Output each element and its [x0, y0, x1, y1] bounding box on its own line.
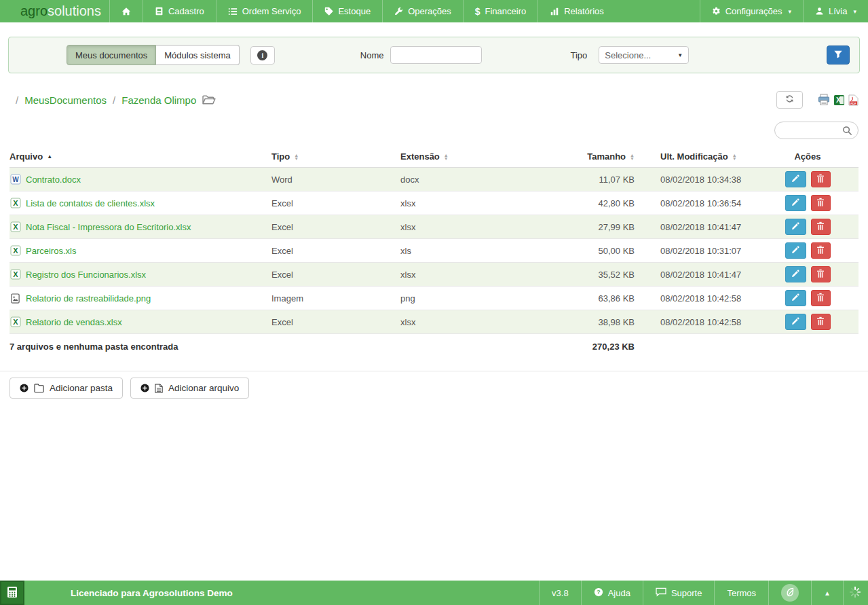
trash-icon [816, 198, 825, 209]
files-table: Arquivo▲Tipo▲▼Extensão▲▼Tamanho▲▼Ult. Mo… [10, 146, 858, 359]
file-name-link[interactable]: Parceiros.xls [26, 246, 76, 256]
breadcrumb-separator: / [16, 94, 18, 106]
file-type: Word [261, 175, 390, 185]
nav-item-configuracoes[interactable]: Configurações▾ [700, 0, 803, 22]
trash-icon [816, 174, 825, 185]
edit-button[interactable] [785, 171, 806, 187]
file-size: 63,86 KB [516, 293, 635, 304]
nav-item-cadastro[interactable]: Cadastro [143, 0, 216, 22]
toggle-modulos-sistema[interactable]: Módulos sistema [156, 45, 240, 65]
nav-item-label: Estoque [338, 6, 371, 16]
nav-item-estoque[interactable]: Estoque [312, 0, 382, 22]
nav-item-home[interactable] [109, 0, 143, 22]
pencil-icon [791, 270, 799, 280]
add-file-label: Adicionar arquivo [168, 383, 239, 393]
delete-button[interactable] [811, 266, 831, 282]
list-icon [228, 7, 238, 16]
terms-link[interactable]: Termos [714, 581, 768, 605]
file-name-link[interactable]: Relatorio de vendas.xlsx [26, 317, 122, 327]
leaf-logo[interactable] [768, 581, 811, 605]
column-header-arquivo[interactable]: Arquivo▲ [10, 151, 261, 162]
file-name-link[interactable]: Lista de contatos de clientes.xlsx [26, 198, 155, 208]
add-folder-button[interactable]: Adicionar pasta [10, 378, 123, 399]
edit-button[interactable] [785, 195, 806, 211]
help-link[interactable]: ? Ajuda [581, 581, 643, 605]
footer-bar: Licenciado para Agrosolutions Demo v3.8 … [0, 581, 868, 605]
table-search [774, 122, 858, 139]
trash-icon [816, 245, 825, 257]
calculator-button[interactable] [0, 581, 24, 605]
file-type: Excel [261, 198, 390, 208]
sort-asc-icon: ▲ [47, 153, 52, 160]
delete-button[interactable] [811, 171, 831, 187]
delete-button[interactable] [811, 290, 831, 306]
file-modified: 08/02/2018 10:41:47 [635, 270, 757, 280]
folder-icon [34, 384, 44, 392]
table-row: Relatorio de rastreabilidade.png Imagem … [10, 287, 858, 310]
nome-input[interactable] [390, 46, 482, 64]
user-icon [815, 7, 824, 16]
nav-item-operacoes[interactable]: Operações [382, 0, 463, 22]
chat-icon [656, 587, 666, 599]
question-circle-icon: ? [594, 587, 603, 599]
select-caret-icon: ▼ [677, 52, 683, 58]
nav-item-financeiro[interactable]: $Financeiro [463, 0, 538, 22]
breadcrumb-root-link[interactable]: MeusDocumentos [24, 94, 107, 106]
toggle-meus-documentos[interactable]: Meus documentos [67, 45, 156, 65]
delete-button[interactable] [811, 195, 831, 211]
brand-logo[interactable]: agrosolutions [0, 0, 109, 22]
pencil-icon [791, 317, 799, 327]
column-header-ult-modifica-o[interactable]: Ult. Modificação▲▼ [635, 151, 757, 162]
export-pdf-icon[interactable]: PDF [848, 94, 858, 106]
tipo-select[interactable]: Selecione... ▼ [599, 46, 689, 64]
support-link[interactable]: Suporte [643, 581, 715, 605]
column-header-tamanho[interactable]: Tamanho▲▼ [516, 151, 635, 162]
breadcrumb-separator: / [113, 94, 115, 106]
trash-icon [816, 221, 825, 233]
edit-button[interactable] [785, 219, 806, 235]
file-extension: xls [390, 246, 516, 256]
delete-button[interactable] [811, 242, 831, 259]
apply-filter-button[interactable] [827, 45, 850, 65]
nav-item-relatorios[interactable]: Relatórios [537, 0, 616, 22]
excel-file-icon: X [10, 245, 21, 256]
export-excel-icon[interactable]: X [833, 94, 845, 106]
table-search-input[interactable] [783, 126, 841, 135]
info-button[interactable]: i [250, 46, 275, 65]
nav-item-ordem-servico[interactable]: Ordem Serviço [216, 0, 313, 22]
column-header-extens-o[interactable]: Extensão▲▼ [390, 151, 516, 162]
refresh-button[interactable] [776, 91, 803, 109]
breadcrumb-current-link[interactable]: Fazenda Olimpo [121, 94, 196, 106]
tipo-label: Tipo [570, 50, 587, 60]
column-header-tipo[interactable]: Tipo▲▼ [261, 151, 390, 162]
delete-button[interactable] [811, 219, 831, 235]
license-text: Licenciado para Agrosolutions Demo [71, 588, 233, 598]
svg-text:X: X [13, 223, 18, 231]
file-name-link[interactable]: Nota Fiscal - Impressora do Escritorio.x… [26, 222, 191, 232]
edit-button[interactable] [785, 290, 806, 306]
add-file-button[interactable]: Adicionar arquivo [130, 378, 249, 399]
file-name-link[interactable]: Registro dos Funcionarios.xlsx [26, 270, 146, 280]
loading-spinner [843, 581, 868, 605]
table-body: W Contrato.docx Word docx 11,07 KB 08/02… [10, 168, 858, 334]
excel-file-icon: X [10, 269, 21, 280]
svg-text:X: X [13, 270, 18, 278]
table-summary-row: 7 arquivos e nenhuma pasta encontrada 27… [10, 334, 858, 359]
nav-item-label: Operações [408, 6, 451, 16]
print-icon[interactable] [818, 94, 830, 106]
pencil-icon [791, 246, 799, 256]
bar-chart-icon [550, 7, 559, 16]
nav-item-user-menu[interactable]: Lívia▾ [803, 0, 868, 22]
edit-button[interactable] [785, 314, 806, 330]
file-modified: 08/02/2018 10:31:07 [635, 246, 757, 256]
svg-text:X: X [13, 199, 18, 207]
search-icon[interactable] [842, 126, 852, 136]
collapse-footer-button[interactable]: ▲ [811, 581, 843, 605]
filter-panel: Meus documentosMódulos sistema i Nome Ti… [8, 37, 860, 73]
edit-button[interactable] [785, 242, 806, 259]
file-name-link[interactable]: Relatorio de rastreabilidade.png [26, 293, 151, 304]
file-extension: xlsx [390, 270, 516, 280]
file-name-link[interactable]: Contrato.docx [26, 175, 81, 185]
delete-button[interactable] [811, 314, 831, 330]
edit-button[interactable] [785, 266, 806, 282]
